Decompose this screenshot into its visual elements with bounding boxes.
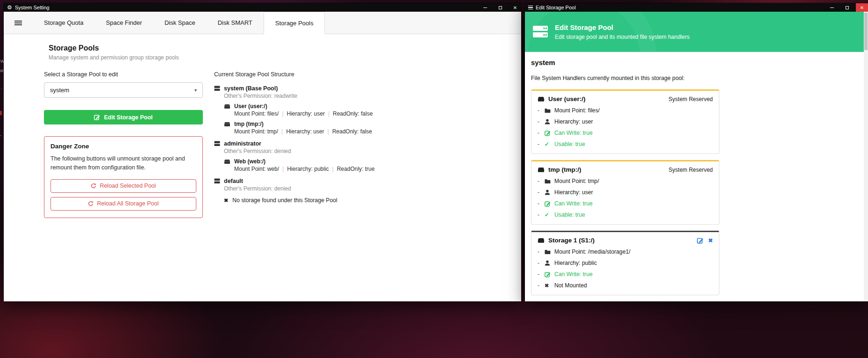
separator: | (282, 166, 284, 172)
can-write-row: - Can Write: true (538, 271, 713, 278)
mounted-description: File System Handlers currently mounted i… (531, 75, 868, 81)
hdd-icon (224, 122, 230, 127)
scrollbar-thumb[interactable] (864, 13, 868, 50)
server-icon (214, 86, 220, 91)
pool-name-heading: system (531, 58, 868, 66)
edit-icon (545, 271, 554, 278)
danger-zone-card: Danger Zone The following buttons will u… (44, 136, 203, 218)
dash: - (538, 130, 545, 136)
usable-text: Usable: true (554, 141, 585, 147)
banner-title: Edit Storage Pool (555, 23, 689, 31)
separator: | (281, 128, 283, 135)
cross-icon: ✖ (224, 198, 228, 203)
pool-group-default: default Other's Permission: denied ✖ No … (214, 178, 513, 204)
dash: - (538, 141, 545, 147)
editor-banner: Edit Storage Pool Edit storage pool and … (525, 12, 864, 52)
fs-handler-name: Storage 1 (S1:/) (548, 237, 595, 244)
pool-structure-panel: Current Storage Pool Structure system (B… (214, 71, 513, 209)
titlebar[interactable]: Edit Storage Pool ✕ (525, 3, 868, 12)
close-button[interactable]: ✕ (856, 3, 868, 12)
scrollbar[interactable] (864, 12, 868, 301)
cross-icon: ✖ (545, 283, 554, 288)
pool-child: Web (web:/) Mount Point: web/|Hierarchy:… (224, 158, 513, 172)
dash: - (538, 178, 545, 184)
titlebar[interactable]: ⚙ System Setting ✕ (4, 3, 521, 12)
check-icon: ✓ (545, 212, 554, 218)
maximize-button[interactable] (841, 3, 853, 12)
detail-readonly: ReadOnly: false (332, 128, 372, 135)
check-icon: ✓ (545, 141, 554, 147)
usable-text: Usable: true (554, 212, 585, 218)
edit-handler-button[interactable] (697, 237, 703, 244)
desktop-icon-fragment: . (1, 86, 2, 90)
tab-storage-quota[interactable]: Storage Quota (33, 12, 95, 34)
minimize-button[interactable] (826, 3, 838, 12)
not-mounted-row: - ✖ Not Mounted (538, 282, 713, 289)
can-write-text: Can Write: true (554, 271, 593, 278)
mount-point-row: - Mount Point: files/ (538, 107, 713, 114)
reload-all-pool-button[interactable]: Reload All Storage Pool (50, 197, 196, 211)
tab-storage-pools[interactable]: Storage Pools (264, 12, 325, 34)
mount-point-text: Mount Point: files/ (554, 107, 600, 114)
close-button[interactable]: ✕ (509, 3, 521, 12)
can-write-text: Can Write: true (554, 200, 593, 207)
folder-icon (545, 108, 554, 113)
window-title: System Setting (15, 5, 50, 10)
reload-selected-pool-button[interactable]: Reload Selected Pool (50, 179, 196, 193)
tab-bar: Storage Quota Space Finder Disk Space Di… (4, 12, 521, 34)
detail-mount: Mount Point: tmp/ (234, 128, 278, 135)
user-icon (545, 190, 554, 195)
minimize-button[interactable] (479, 3, 491, 12)
gear-icon: ⚙ (7, 5, 12, 10)
tab-disk-smart[interactable]: Disk SMART (207, 12, 264, 34)
hdd-icon (538, 238, 545, 243)
page-title: Storage Pools (49, 44, 179, 52)
dash: - (538, 212, 545, 218)
pool-group-permission: Other's Permission: denied (224, 148, 513, 154)
dash: - (538, 260, 545, 266)
detail-hierarchy: Hierarchy: public (287, 166, 329, 172)
pool-edit-panel: Select a Storage Pool to edit system ▾ E… (44, 71, 203, 218)
pool-child-name: Web (web:/) (234, 158, 265, 165)
dash: - (538, 107, 545, 114)
can-write-text: Can Write: true (554, 130, 593, 136)
system-setting-window: ⚙ System Setting ✕ Storage Quota Space F… (4, 3, 521, 301)
separator: | (332, 166, 334, 172)
edit-storage-pool-window: Edit Storage Pool ✕ Edit Storage Pool Ed… (525, 3, 868, 301)
pool-select-dropdown[interactable]: system ▾ (44, 82, 203, 98)
folder-icon (545, 249, 554, 255)
danger-zone-description: The following buttons will unmount stora… (50, 154, 196, 172)
edit-storage-pool-label: Edit Storage Pool (104, 114, 152, 121)
hierarchy-text: Hierarchy: public (554, 260, 597, 266)
detail-readonly: ReadOnly: true (337, 166, 375, 172)
tab-space-finder[interactable]: Space Finder (95, 12, 153, 34)
pool-child-name: User (user:/) (234, 103, 267, 110)
pool-select-value: system (50, 87, 69, 94)
remove-handler-button[interactable]: ✖ (708, 238, 713, 243)
danger-zone-title: Danger Zone (50, 143, 196, 150)
separator: | (328, 128, 329, 135)
detail-readonly: ReadOnly: false (333, 110, 373, 117)
pool-group-name: administrator (224, 140, 261, 147)
user-icon (545, 119, 554, 124)
pool-empty-message: ✖ No storage found under this Storage Po… (224, 197, 513, 204)
system-reserved-badge: System Reserved (668, 167, 713, 173)
hierarchy-row: - Hierarchy: public (538, 260, 713, 266)
pool-child-name: tmp (tmp:/) (234, 121, 264, 127)
maximize-button[interactable] (494, 3, 506, 12)
fs-handler-card-tmp: tmp (tmp:/) System Reserved - Mount Poin… (531, 160, 719, 225)
mount-point-row: - Mount Point: tmp/ (538, 178, 713, 184)
edit-storage-pool-button[interactable]: Edit Storage Pool (44, 110, 203, 124)
tab-disk-space[interactable]: Disk Space (153, 12, 207, 34)
page-subtitle: Manage system and permission group stora… (49, 54, 179, 61)
server-icon (214, 178, 220, 184)
mount-point-text: Mount Point: tmp/ (554, 178, 599, 184)
dash: - (538, 189, 545, 196)
edit-icon (545, 130, 554, 136)
hamburger-menu-button[interactable] (4, 12, 33, 34)
fs-handler-name: tmp (tmp:/) (548, 166, 581, 173)
server-icon (214, 141, 220, 146)
hdd-icon (224, 159, 230, 164)
pool-child-details: Mount Point: tmp/|Hierarchy: user|ReadOn… (234, 128, 513, 135)
system-reserved-badge: System Reserved (668, 96, 713, 102)
